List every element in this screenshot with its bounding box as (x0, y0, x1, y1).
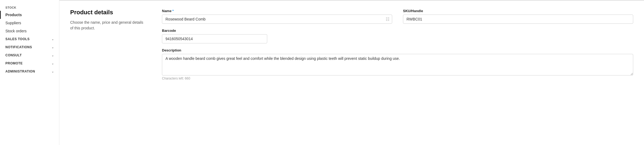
name-label: Name* (162, 9, 392, 13)
chevron-down-icon: ⌄ (52, 62, 54, 65)
form-area: Name* ☷ SKU/Handle Barcode (162, 9, 633, 137)
name-sku-row: Name* ☷ SKU/Handle (162, 9, 633, 24)
name-input[interactable] (162, 15, 392, 24)
sidebar: STOCK Products Suppliers Stock orders SA… (0, 0, 59, 145)
chevron-down-icon: ⌄ (52, 70, 54, 73)
sidebar-collapsible-promote[interactable]: PROMOTE ⌄ (0, 59, 59, 67)
product-details-title: Product details (70, 9, 146, 16)
description-label: Description (162, 48, 633, 52)
description-field-group: Description A wooden handle beard comb g… (162, 48, 633, 137)
sidebar-collapsible-label-notifications: NOTIFICATIONS (5, 45, 32, 49)
sidebar-collapsible-label-sales-tools: SALES TOOLS (5, 37, 30, 41)
chevron-down-icon: ⌄ (52, 38, 54, 41)
sidebar-item-label-products: Products (5, 13, 22, 17)
chevron-down-icon: ⌄ (52, 46, 54, 49)
product-details-section: Product details Choose the name, price a… (70, 9, 146, 137)
sku-input[interactable] (403, 15, 633, 24)
sidebar-collapsible-consult[interactable]: CONSULT ⌄ (0, 51, 59, 59)
sidebar-item-label-suppliers: Suppliers (5, 21, 21, 25)
barcode-input[interactable] (162, 34, 267, 43)
sku-label: SKU/Handle (403, 9, 633, 13)
content-area: Product details Choose the name, price a… (59, 1, 644, 145)
sidebar-item-stock-orders[interactable]: Stock orders (0, 27, 59, 35)
main-content: Product details Choose the name, price a… (59, 0, 644, 145)
char-count-label: Characters left: 660 (162, 77, 633, 80)
sidebar-item-products[interactable]: Products (0, 11, 59, 19)
sidebar-collapsible-notifications[interactable]: NOTIFICATIONS ⌄ (0, 43, 59, 51)
sidebar-collapsible-label-promote: PROMOTE (5, 61, 23, 65)
sidebar-collapsible-label-consult: CONSULT (5, 53, 22, 57)
sidebar-collapsible-administration[interactable]: ADMINISTRATION ⌄ (0, 67, 59, 75)
name-field-group: Name* ☷ (162, 9, 392, 24)
sidebar-item-suppliers[interactable]: Suppliers (0, 19, 59, 27)
sidebar-item-label-stock-orders: Stock orders (5, 29, 27, 33)
description-textarea[interactable]: A wooden handle beard comb gives great f… (162, 54, 633, 75)
sidebar-stock-label: STOCK (0, 3, 59, 11)
barcode-row: Barcode (162, 29, 633, 43)
sidebar-collapsible-sales-tools[interactable]: SALES TOOLS ⌄ (0, 35, 59, 43)
chevron-down-icon: ⌄ (52, 54, 54, 57)
sku-field-group: SKU/Handle (403, 9, 633, 24)
required-indicator: * (172, 9, 174, 13)
barcode-label: Barcode (162, 29, 633, 33)
name-input-wrapper: ☷ (162, 15, 392, 24)
sidebar-collapsible-label-administration: ADMINISTRATION (5, 70, 35, 73)
product-details-description: Choose the name, price and general detai… (70, 20, 146, 31)
